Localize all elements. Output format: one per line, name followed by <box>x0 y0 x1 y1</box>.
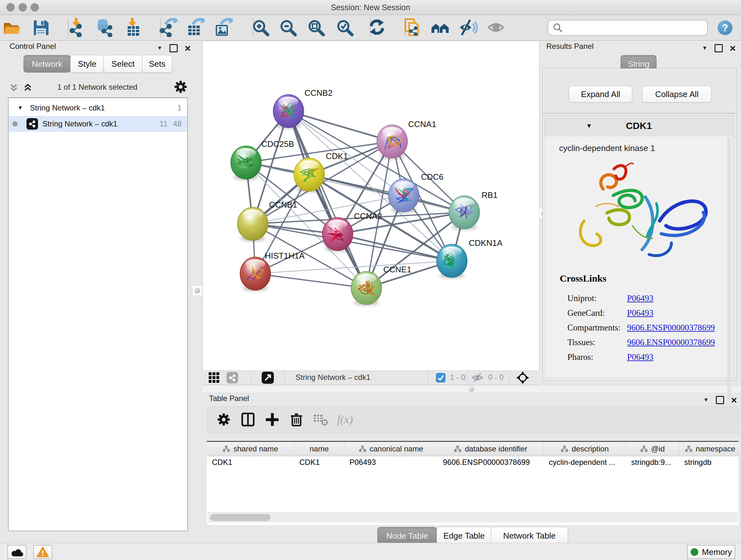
import-network-from-database-button[interactable] <box>94 17 114 38</box>
tab-network-table[interactable]: Network Table <box>491 527 568 545</box>
birdseye-share-icon[interactable] <box>226 372 238 383</box>
network-list-options-gear-icon[interactable] <box>174 80 188 94</box>
cell-shared-name[interactable]: CDK1 <box>207 456 294 469</box>
results-panel-menu-icon[interactable]: ▼ <box>702 45 708 51</box>
create-column-button[interactable] <box>265 412 280 427</box>
network-node[interactable] <box>377 125 408 159</box>
open-session-button[interactable] <box>1 17 21 38</box>
network-edge[interactable] <box>255 273 366 288</box>
collapse-all-button[interactable]: Collapse All <box>643 86 711 103</box>
table-panel-splitter-handle[interactable] <box>469 386 474 392</box>
import-network-from-file-button[interactable] <box>66 17 87 38</box>
attribute-icon <box>222 445 230 452</box>
tab-edge-table[interactable]: Edge Table <box>436 527 491 545</box>
network-edge[interactable] <box>288 111 392 141</box>
table-panel-float-icon[interactable] <box>716 396 724 404</box>
help-button[interactable]: ? <box>718 20 732 35</box>
save-session-button[interactable] <box>30 17 51 38</box>
warnings-button[interactable] <box>33 545 52 559</box>
collapse-all-icon[interactable] <box>9 84 18 92</box>
right-splitter[interactable] <box>539 42 540 370</box>
network-row-selected[interactable]: String Network – cdk1 11 48 <box>9 116 187 132</box>
table-panel-close-icon[interactable]: × <box>731 397 737 403</box>
crosslink-link[interactable]: 9606.ENSP00000378699 <box>627 337 715 348</box>
zoom-fit-button[interactable] <box>306 17 326 38</box>
detach-view-icon[interactable] <box>262 372 274 384</box>
left-splitter[interactable] <box>202 42 202 370</box>
table-horizontal-scrollbar[interactable] <box>207 512 738 523</box>
hide-graphics-button[interactable] <box>458 17 478 38</box>
crosslink-link[interactable]: P06493 <box>627 294 654 303</box>
show-columns-button[interactable] <box>240 412 256 427</box>
control-panel-float-icon[interactable] <box>170 44 178 52</box>
network-node[interactable] <box>449 196 480 230</box>
control-panel-close-icon[interactable]: × <box>185 45 191 51</box>
memory-button[interactable]: Memory <box>687 545 735 559</box>
network-node[interactable] <box>240 257 271 292</box>
network-node[interactable] <box>388 179 419 213</box>
control-panel-menu-icon[interactable]: ▼ <box>157 45 162 51</box>
column-header-namespace[interactable]: namespace <box>679 442 738 456</box>
column-header-description[interactable]: description <box>544 442 626 456</box>
cell-database-identifier[interactable]: 9606.ENSP00000378699 <box>438 456 544 469</box>
table-settings-button[interactable] <box>216 412 231 427</box>
cell-name[interactable]: CDK1 <box>294 456 344 469</box>
expand-all-icon[interactable] <box>23 84 32 92</box>
table-row[interactable]: CDK1CDK1P064939606.ENSP00000378699cyclin… <box>207 456 738 469</box>
network-node[interactable] <box>294 158 325 192</box>
network-node-label: CCNB1 <box>269 200 297 209</box>
crosslink-link[interactable]: 9606.ENSP00000378699 <box>627 323 715 333</box>
gene-header[interactable]: ▼ CDK1 <box>544 115 734 137</box>
selected-checkbox-icon[interactable] <box>436 373 446 382</box>
table-panel-menu-icon[interactable]: ▼ <box>703 397 709 403</box>
column-header-shared-name[interactable]: shared name <box>207 442 294 456</box>
column-header-database-identifier[interactable]: database identifier <box>438 442 544 456</box>
column-header-canonical-name[interactable]: canonical name <box>344 442 438 456</box>
cell-canonical-name[interactable]: P06493 <box>344 456 438 469</box>
column-header-name[interactable]: name <box>294 442 344 456</box>
tab-sets[interactable]: Sets <box>142 55 172 73</box>
expand-all-button[interactable]: Expand All <box>569 86 632 103</box>
toolbar-divider <box>405 18 405 37</box>
crosslink-link[interactable]: P06493 <box>627 352 654 362</box>
string-share-icon <box>26 118 38 130</box>
column-header--id[interactable]: @id <box>626 442 679 456</box>
center-view-crosshair-icon[interactable] <box>516 371 529 384</box>
import-table-button[interactable] <box>123 17 143 38</box>
tab-network[interactable]: Network <box>23 55 71 73</box>
tab-node-table[interactable]: Node Table <box>377 527 437 545</box>
delete-columns-button[interactable] <box>289 412 304 427</box>
results-panel-float-icon[interactable] <box>715 44 723 52</box>
zoom-selected-button[interactable] <box>334 17 355 38</box>
network-node[interactable] <box>238 207 268 242</box>
tab-style[interactable]: Style <box>70 55 104 73</box>
results-panel-close-icon[interactable]: × <box>730 45 736 51</box>
search-input[interactable] <box>565 21 707 35</box>
crosslink-link[interactable]: P06493 <box>627 308 654 318</box>
search-field[interactable] <box>548 20 708 36</box>
network-node[interactable] <box>351 271 382 306</box>
network-edge[interactable] <box>288 111 366 288</box>
cloud-button[interactable] <box>7 545 26 559</box>
network-node[interactable] <box>231 146 261 180</box>
tab-select[interactable]: Select <box>104 55 143 73</box>
export-table-button[interactable] <box>185 17 205 38</box>
scrollbar-thumb[interactable] <box>210 514 271 521</box>
network-collection-row[interactable]: ▼ String Network – cdk1 1 <box>9 100 187 116</box>
string-import-button[interactable] <box>430 17 450 38</box>
cell-namespace[interactable]: stringdb <box>679 456 738 469</box>
results-scrollbar[interactable] <box>728 138 731 399</box>
export-image-button[interactable] <box>213 17 233 38</box>
gene-expander-icon[interactable]: ▼ <box>586 122 592 130</box>
table-panel-splitter[interactable] <box>202 385 741 393</box>
hidden-eye-icon[interactable] <box>472 373 483 383</box>
left-splitter-handle[interactable] <box>192 285 202 296</box>
cell-description[interactable]: cyclin-dependent ... <box>544 456 626 469</box>
grid-mode-icon[interactable] <box>209 372 219 383</box>
show-graphics-button[interactable] <box>486 17 507 38</box>
cell--id[interactable]: stringdb:9... <box>626 456 679 469</box>
zoom-out-button[interactable] <box>278 17 298 38</box>
network-canvas[interactable]: CCNB2CCNA1CDC25BCDK1CDC6RB1CCNB1CCNA2CDK… <box>203 42 539 370</box>
network-node[interactable] <box>436 244 467 279</box>
tree-expander-icon[interactable]: ▼ <box>17 105 23 111</box>
